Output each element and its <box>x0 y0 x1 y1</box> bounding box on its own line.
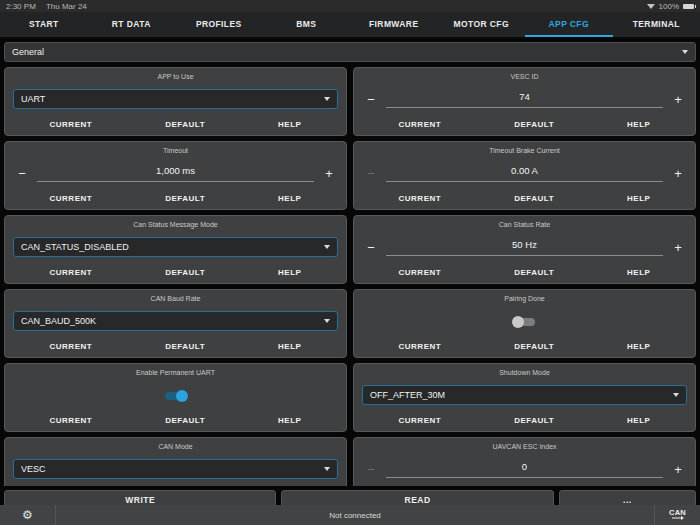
stepper-value[interactable]: 74 <box>386 91 663 108</box>
combobox-can-baud-rate[interactable]: CAN_BAUD_500K <box>13 311 338 331</box>
stepper-minus-button[interactable]: − <box>362 167 380 180</box>
stepper-plus-button[interactable]: + <box>320 167 338 180</box>
current-button[interactable]: CURRENT <box>50 342 93 351</box>
tab-firmware[interactable]: FIRMWARE <box>350 12 438 37</box>
help-button[interactable]: HELP <box>278 342 301 351</box>
help-button[interactable]: HELP <box>627 342 650 351</box>
settings-gear-button[interactable]: ⚙ <box>0 505 56 525</box>
help-button[interactable]: HELP <box>627 268 650 277</box>
current-button[interactable]: CURRENT <box>399 416 442 425</box>
help-button[interactable]: HELP <box>278 416 301 425</box>
tab-start[interactable]: START <box>0 12 88 37</box>
tab-bms[interactable]: BMS <box>263 12 351 37</box>
parameter-card-shutdown-mode: Shutdown ModeOFF_AFTER_30MCURRENTDEFAULT… <box>353 363 696 432</box>
current-button[interactable]: CURRENT <box>50 194 93 203</box>
stepper-value[interactable]: 0.00 A <box>386 165 663 182</box>
default-button[interactable]: DEFAULT <box>514 194 554 203</box>
toggle-pairing-done[interactable] <box>512 315 537 328</box>
default-button[interactable]: DEFAULT <box>514 120 554 129</box>
battery-icon <box>683 4 694 9</box>
current-button[interactable]: CURRENT <box>399 120 442 129</box>
card-title: Can Status Rate <box>362 220 687 228</box>
default-button[interactable]: DEFAULT <box>165 268 205 277</box>
default-button[interactable]: DEFAULT <box>165 416 205 425</box>
chevron-down-icon <box>324 319 330 323</box>
toggle-wrap <box>13 389 338 402</box>
toggle-enable-permanent-uart[interactable] <box>163 389 188 402</box>
stepper-minus-button[interactable]: − <box>362 463 380 476</box>
default-button[interactable]: DEFAULT <box>514 416 554 425</box>
default-button[interactable]: DEFAULT <box>165 194 205 203</box>
current-button[interactable]: CURRENT <box>50 120 93 129</box>
combobox-app-to-use[interactable]: UART <box>13 89 338 109</box>
combobox-value: CAN_BAUD_500K <box>21 316 324 326</box>
combobox-shutdown-mode[interactable]: OFF_AFTER_30M <box>362 385 687 405</box>
stepper-minus-button[interactable]: − <box>362 241 380 254</box>
parameter-card-can-mode: CAN ModeVESCCURRENTDEFAULTHELP <box>4 437 347 486</box>
card-actions: CURRENTDEFAULTHELP <box>362 340 687 353</box>
chevron-down-icon <box>682 50 688 54</box>
wifi-icon <box>647 4 655 9</box>
tab-motor-cfg[interactable]: MOTOR CFG <box>438 12 526 37</box>
settings-grid: APP to UseUARTCURRENTDEFAULTHELPVESC ID−… <box>4 67 696 486</box>
current-button[interactable]: CURRENT <box>399 268 442 277</box>
clock-date: Thu Mar 24 <box>46 2 87 11</box>
card-title: Timeout Brake Current <box>362 146 687 154</box>
tab-app-cfg[interactable]: APP CFG <box>525 12 613 37</box>
stepper-minus-button[interactable]: − <box>13 167 31 180</box>
app-cfg-page: General APP to UseUARTCURRENTDEFAULTHELP… <box>0 38 700 510</box>
chevron-down-icon <box>673 393 679 397</box>
card-body: OFF_AFTER_30M <box>362 376 687 414</box>
combobox-value: UART <box>21 94 324 104</box>
parameter-card-can-status-message-mode: Can Status Message ModeCAN_STATUS_DISABL… <box>4 215 347 284</box>
parameter-card-timeout-brake-current: Timeout Brake Current−0.00 A+CURRENTDEFA… <box>353 141 696 210</box>
help-button[interactable]: HELP <box>278 268 301 277</box>
card-body: −0+ <box>362 450 687 486</box>
card-title: UAVCAN ESC Index <box>362 442 687 450</box>
current-button[interactable]: CURRENT <box>50 268 93 277</box>
parameter-card-pairing-done: Pairing DoneCURRENTDEFAULTHELP <box>353 289 696 358</box>
stepper-minus-button[interactable]: − <box>362 93 380 106</box>
help-button[interactable]: HELP <box>278 120 301 129</box>
default-button[interactable]: DEFAULT <box>165 120 205 129</box>
current-button[interactable]: CURRENT <box>50 416 93 425</box>
can-scan-button[interactable]: CAN <box>654 505 700 525</box>
combobox-can-status-message-mode[interactable]: CAN_STATUS_DISABLED <box>13 237 338 257</box>
toggle-thumb <box>512 316 524 328</box>
help-button[interactable]: HELP <box>278 194 301 203</box>
combobox-can-mode[interactable]: VESC <box>13 459 338 479</box>
card-actions: CURRENTDEFAULTHELP <box>362 266 687 279</box>
stepper-plus-button[interactable]: + <box>669 463 687 476</box>
default-button[interactable]: DEFAULT <box>514 342 554 351</box>
card-actions: CURRENTDEFAULTHELP <box>13 340 338 353</box>
stepper-plus-button[interactable]: + <box>669 241 687 254</box>
stepper-value[interactable]: 0 <box>386 461 663 478</box>
tab-profiles[interactable]: PROFILES <box>175 12 263 37</box>
default-button[interactable]: DEFAULT <box>165 342 205 351</box>
stepper-plus-button[interactable]: + <box>669 167 687 180</box>
help-button[interactable]: HELP <box>627 194 650 203</box>
toggle-wrap <box>362 315 687 328</box>
can-scan-label: CAN <box>669 509 686 516</box>
parameter-card-can-baud-rate: CAN Baud RateCAN_BAUD_500KCURRENTDEFAULT… <box>4 289 347 358</box>
help-button[interactable]: HELP <box>627 120 650 129</box>
card-actions: CURRENTDEFAULTHELP <box>13 118 338 131</box>
tab-terminal[interactable]: TERMINAL <box>613 12 700 37</box>
current-button[interactable]: CURRENT <box>399 194 442 203</box>
tab-rt-data[interactable]: RT DATA <box>88 12 176 37</box>
current-button[interactable]: CURRENT <box>399 342 442 351</box>
help-button[interactable]: HELP <box>627 416 650 425</box>
battery-percent: 100% <box>659 2 679 11</box>
card-body: −0.00 A+ <box>362 154 687 192</box>
default-button[interactable]: DEFAULT <box>514 268 554 277</box>
card-actions: CURRENTDEFAULTHELP <box>13 192 338 205</box>
stepper-timeout-brake-current: −0.00 A+ <box>362 165 687 182</box>
stepper-value[interactable]: 50 Hz <box>386 239 663 256</box>
stepper-value[interactable]: 1,000 ms <box>37 165 314 182</box>
config-group-select[interactable]: General <box>4 42 696 62</box>
gear-icon: ⚙ <box>22 508 33 522</box>
card-body: CAN_BAUD_500K <box>13 302 338 340</box>
can-scan-arrow-icon <box>670 516 686 522</box>
card-title: Can Status Message Mode <box>13 220 338 228</box>
stepper-plus-button[interactable]: + <box>669 93 687 106</box>
